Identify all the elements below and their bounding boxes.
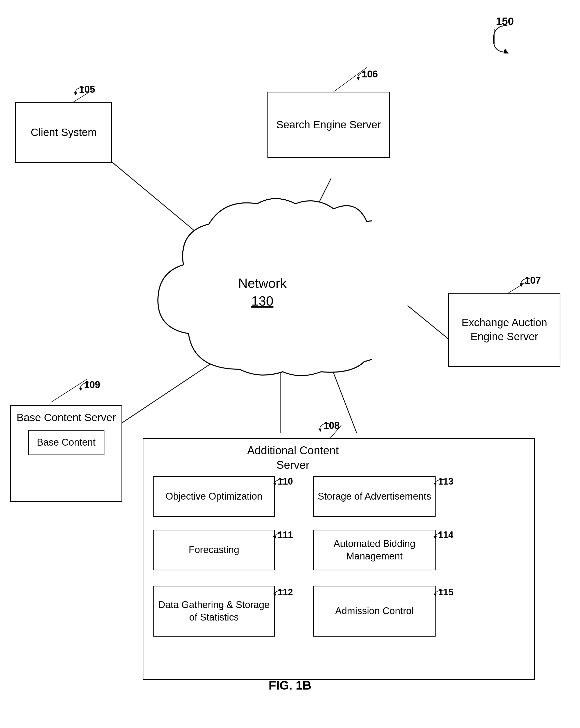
- svg-marker-28: [273, 536, 276, 539]
- svg-text:130: 130: [251, 293, 274, 308]
- storage-advertisements-box: Storage of Advertisements: [313, 476, 435, 517]
- svg-marker-23: [520, 283, 523, 287]
- forecasting-box: Forecasting: [153, 530, 275, 570]
- fig150-arrow: [492, 24, 512, 55]
- fig-1b-label: FIG. 1B: [0, 678, 580, 692]
- data-gathering-box: Data Gathering & Storage of Statistics: [153, 586, 275, 636]
- svg-marker-29: [433, 536, 436, 539]
- svg-marker-26: [273, 483, 276, 486]
- network-cloud: Network 130: [143, 191, 372, 385]
- svg-marker-19: [74, 93, 77, 96]
- objective-optimization-box: Objective Optimization: [153, 476, 275, 517]
- svg-marker-30: [273, 594, 276, 597]
- automated-bidding-box: Automated Bidding Management: [313, 530, 435, 570]
- exchange-auction-engine-box: Exchange Auction Engine Server: [448, 293, 560, 367]
- search-engine-server-box: Search Engine Server: [268, 92, 390, 158]
- client-system-box: Client System: [15, 102, 112, 163]
- svg-marker-31: [433, 594, 436, 597]
- svg-marker-27: [433, 483, 436, 486]
- base-content-inner-box: Base Content: [28, 430, 104, 455]
- base-content-server-outer: Base Content Server Base Content: [10, 405, 122, 502]
- svg-marker-25: [319, 428, 322, 432]
- svg-text:Network: Network: [238, 276, 287, 290]
- svg-marker-20: [357, 77, 360, 80]
- additional-content-server-label: Additional Content Server: [229, 443, 357, 472]
- admission-control-box: Admission Control: [313, 586, 435, 636]
- svg-marker-24: [79, 388, 82, 391]
- svg-marker-18: [504, 48, 509, 53]
- diagram-container: 150 Client System 105 Search Engine Serv…: [0, 0, 580, 728]
